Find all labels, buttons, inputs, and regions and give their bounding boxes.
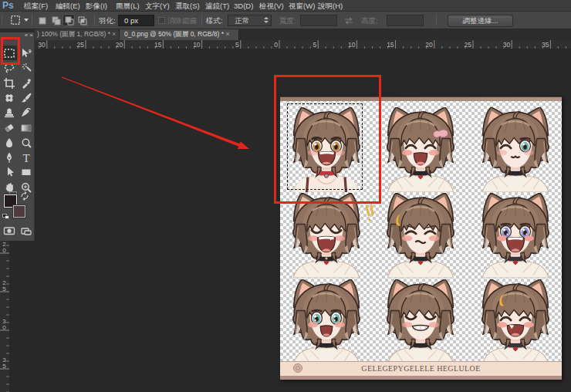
svg-text:0: 0 (2, 324, 6, 331)
svg-text:5: 5 (2, 286, 6, 292)
svg-text:30: 30 (38, 41, 46, 49)
svg-text:10: 10 (193, 41, 201, 49)
svg-text:25: 25 (77, 41, 85, 49)
svg-text:0: 0 (274, 41, 278, 49)
svg-text:5: 5 (313, 41, 316, 49)
svg-text:10: 10 (348, 41, 356, 49)
svg-text:35: 35 (542, 41, 549, 49)
svg-text:15: 15 (154, 41, 162, 49)
svg-text:20: 20 (116, 41, 123, 49)
svg-text:15: 15 (387, 41, 394, 49)
svg-text:20: 20 (425, 41, 433, 49)
svg-text:5: 5 (235, 41, 239, 49)
svg-text:T: T (22, 152, 29, 164)
svg-text:25: 25 (465, 41, 472, 49)
svg-text:30: 30 (503, 41, 511, 49)
svg-text:0: 0 (2, 247, 6, 254)
svg-text:5: 5 (2, 363, 6, 370)
